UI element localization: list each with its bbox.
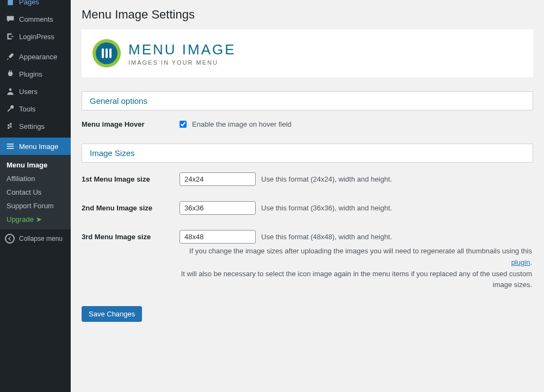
sidebar-item-label: Pages: [19, 0, 39, 6]
menu-icon: [5, 141, 15, 151]
collapse-icon: [5, 234, 15, 244]
comment-icon: [5, 14, 15, 24]
row-size-3: 3rd Menu Image size Use this format (48x…: [82, 230, 533, 244]
plugin-banner: MENU IMAGE IMAGES IN YOUR MENU: [82, 29, 533, 77]
main-content: Menu Image Settings MENU IMAGE IMAGES IN…: [71, 0, 544, 392]
sidebar-item-label: Settings: [19, 122, 45, 130]
section-image-sizes: Image Sizes: [82, 144, 533, 163]
submenu-item-contact-us[interactable]: Contact Us: [0, 185, 71, 199]
sidebar-item-label: LoginPress: [19, 33, 54, 41]
collapse-menu-button[interactable]: Collapse menu: [0, 229, 71, 248]
sidebar-item-label: Appearance: [19, 53, 57, 61]
field-label: Menu image Hover: [82, 120, 180, 128]
plugin-logo-icon: [92, 39, 121, 67]
sidebar-item-menu-image[interactable]: Menu Image: [0, 138, 71, 155]
sidebar-item-comments[interactable]: Comments: [0, 10, 71, 28]
submenu-item-menu-image[interactable]: Menu Image: [0, 158, 71, 172]
page-icon: [5, 0, 15, 7]
field-label: 1st Menu Image size: [82, 175, 180, 183]
size-3-input[interactable]: [180, 230, 256, 244]
svg-rect-4: [8, 127, 9, 129]
brush-icon: [5, 52, 15, 61]
svg-rect-1: [8, 125, 9, 126]
section-general-options: General options: [82, 91, 533, 110]
banner-subtitle: IMAGES IN YOUR MENU: [128, 59, 236, 66]
row-menu-image-hover: Menu image Hover Enable the image on hov…: [82, 120, 533, 128]
hover-checkbox[interactable]: [180, 121, 187, 128]
row-size-2: 2nd Menu Image size Use this format (36x…: [82, 201, 533, 215]
arrow-right-icon: ➤: [36, 215, 42, 223]
sidebar-item-label: Users: [19, 88, 38, 96]
svg-point-0: [9, 88, 12, 91]
collapse-label: Collapse menu: [19, 235, 63, 242]
plug-icon: [5, 69, 15, 79]
note-text: .: [530, 258, 532, 266]
sidebar-item-label: Menu Image: [19, 142, 58, 151]
note-text: It will also be necessary to select the …: [181, 270, 532, 289]
submenu-item-label: Upgrade: [7, 215, 34, 223]
submenu-item-upgrade[interactable]: Upgrade ➤: [0, 213, 71, 226]
sidebar-item-pages[interactable]: Pages: [0, 0, 71, 10]
note-text: If you change the image sizes after uplo…: [189, 247, 532, 255]
svg-rect-3: [10, 126, 11, 127]
sidebar-item-users[interactable]: Users: [0, 83, 71, 100]
size-2-input[interactable]: [180, 201, 256, 215]
page-title: Menu Image Settings: [82, 5, 533, 29]
hover-description: Enable the image on hover field: [192, 120, 292, 128]
admin-sidebar: Pages Comments LoginPress Appearance: [0, 0, 71, 392]
size-3-hint: Use this format (48x48), width and heigh…: [261, 233, 392, 241]
size-1-input[interactable]: [180, 172, 256, 186]
submenu-item-support-forum[interactable]: Support Forum: [0, 199, 71, 213]
size-1-hint: Use this format (24x24), width and heigh…: [261, 175, 392, 183]
save-changes-button[interactable]: Save Changes: [82, 306, 142, 322]
loginpress-icon: [5, 32, 15, 41]
row-size-1: 1st Menu Image size Use this format (24x…: [82, 172, 533, 186]
user-icon: [5, 86, 15, 96]
submenu-item-affiliation[interactable]: Affiliation: [0, 172, 71, 185]
field-label: 2nd Menu Image size: [82, 204, 180, 212]
sidebar-submenu: Menu Image Affiliation Contact Us Suppor…: [0, 155, 71, 229]
sidebar-item-settings[interactable]: Settings: [0, 117, 71, 135]
sidebar-item-loginpress[interactable]: LoginPress: [0, 28, 71, 45]
banner-title: MENU IMAGE: [128, 41, 236, 58]
svg-rect-2: [10, 123, 11, 125]
sizes-note: If you change the image sizes after uplo…: [180, 246, 533, 291]
settings-icon: [5, 121, 15, 131]
sidebar-item-appearance[interactable]: Appearance: [0, 48, 71, 65]
sidebar-item-tools[interactable]: Tools: [0, 100, 71, 117]
size-2-hint: Use this format (36x36), width and heigh…: [261, 204, 392, 212]
sidebar-item-label: Comments: [19, 15, 53, 23]
wrench-icon: [5, 104, 15, 114]
sidebar-item-label: Plugins: [19, 70, 42, 78]
sidebar-item-label: Tools: [19, 105, 35, 113]
sidebar-item-plugins[interactable]: Plugins: [0, 65, 71, 83]
field-label: 3rd Menu Image size: [82, 233, 180, 241]
plugin-link[interactable]: plugin: [511, 258, 530, 266]
